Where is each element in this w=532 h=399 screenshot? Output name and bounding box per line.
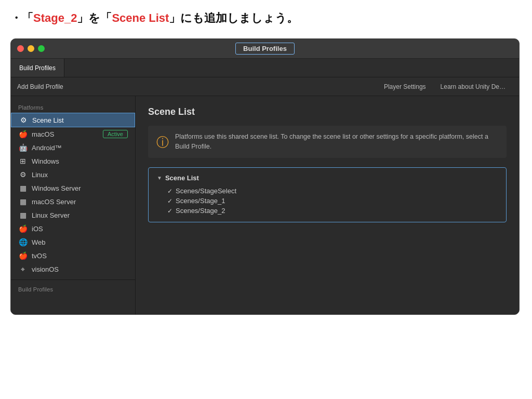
tab-bar: Build Profiles xyxy=(11,59,519,77)
toolbar-right-buttons: Player Settings Learn about Unity De… xyxy=(377,81,513,92)
sidebar-item-windows-server[interactable]: ▦ Windows Server xyxy=(11,181,135,195)
build-profiles-bottom-label: Build Profiles xyxy=(11,283,135,295)
player-settings-button[interactable]: Player Settings xyxy=(377,81,433,92)
info-icon: ⓘ xyxy=(156,133,169,152)
scene-list-box: ▼ Scene List ✓ Scenes/StageSelect ✓ Scen… xyxy=(148,167,507,222)
sidebar-item-windows[interactable]: ⊞ Windows xyxy=(11,154,135,168)
scene-label-0: Scenes/StageSelect xyxy=(176,187,236,195)
highlight-stage2: Stage_2 xyxy=(33,11,77,24)
scene-label-1: Scenes/Stage_1 xyxy=(176,197,225,205)
panel-title: Scene List xyxy=(148,107,507,117)
window-title: Build Profiles xyxy=(235,43,295,55)
android-icon: 🤖 xyxy=(18,143,28,152)
checkmark-0: ✓ xyxy=(167,188,172,195)
instruction-middle1: 」を「 xyxy=(77,11,112,24)
sidebar-item-tvos[interactable]: 🍎 tvOS xyxy=(11,249,135,262)
sidebar-visionos-label: visionOS xyxy=(32,265,59,273)
scene-list-icon: ⚙ xyxy=(19,116,28,124)
macos-server-icon: ▦ xyxy=(18,197,28,206)
scene-list-box-title: Scene List xyxy=(165,174,199,182)
instruction-middle2: 」にも追加しましょう。 xyxy=(169,11,298,24)
title-bar: Build Profiles xyxy=(11,39,519,59)
sidebar-item-linux[interactable]: ⚙ Linux xyxy=(11,168,135,181)
minimize-button[interactable] xyxy=(28,45,34,52)
visionos-icon: ⌖ xyxy=(18,265,28,274)
scene-label-2: Scenes/Stage_2 xyxy=(176,207,225,215)
sidebar-windows-server-label: Windows Server xyxy=(32,184,81,192)
windows-server-icon: ▦ xyxy=(18,184,28,192)
sidebar-windows-label: Windows xyxy=(32,157,59,165)
sidebar-web-label: Web xyxy=(32,238,46,246)
checkmark-1: ✓ xyxy=(167,197,172,205)
sidebar-android-label: Android™ xyxy=(32,144,62,152)
platforms-label: Platforms xyxy=(11,101,135,113)
linux-icon: ⚙ xyxy=(18,170,28,179)
collapse-triangle[interactable]: ▼ xyxy=(157,175,162,181)
info-box: ⓘ Platforms use this shared scene list. … xyxy=(148,126,507,158)
tab-build-profiles[interactable]: Build Profiles xyxy=(11,59,64,77)
windows-icon: ⊞ xyxy=(18,157,28,165)
highlight-scene-list: Scene List xyxy=(112,11,169,24)
checkmark-2: ✓ xyxy=(167,207,172,215)
sidebar-ios-label: iOS xyxy=(32,225,43,233)
scene-item-1: ✓ Scenes/Stage_1 xyxy=(157,196,498,206)
sidebar-item-macos[interactable]: 🍎 macOS Active xyxy=(11,127,135,141)
web-icon: 🌐 xyxy=(18,238,28,246)
right-panel: Scene List ⓘ Platforms use this shared s… xyxy=(136,96,519,314)
sidebar-linux-server-label: Linux Server xyxy=(32,211,70,219)
ios-icon: 🍎 xyxy=(18,224,28,233)
scene-item-2: ✓ Scenes/Stage_2 xyxy=(157,206,498,216)
window-controls xyxy=(17,45,45,52)
sidebar-item-linux-server[interactable]: ▦ Linux Server xyxy=(11,208,135,222)
sidebar-item-ios[interactable]: 🍎 iOS xyxy=(11,222,135,235)
sidebar-item-visionos[interactable]: ⌖ visionOS xyxy=(11,262,135,276)
unity-window: Build Profiles Build Profiles Add Build … xyxy=(10,38,520,315)
sidebar-item-web[interactable]: 🌐 Web xyxy=(11,235,135,249)
sidebar-item-android[interactable]: 🤖 Android™ xyxy=(11,141,135,154)
active-badge: Active xyxy=(103,130,128,138)
scene-list-box-header: ▼ Scene List xyxy=(157,174,498,182)
sidebar: Platforms ⚙ Scene List 🍎 macOS Active 🤖 … xyxy=(11,96,136,314)
linux-server-icon: ▦ xyxy=(18,211,28,219)
sidebar-item-scene-list[interactable]: ⚙ Scene List xyxy=(11,113,135,127)
main-content: Platforms ⚙ Scene List 🍎 macOS Active 🤖 … xyxy=(11,96,519,314)
sidebar-scene-list-label: Scene List xyxy=(32,116,64,124)
macos-icon: 🍎 xyxy=(18,130,28,138)
toolbar: Add Build Profile Player Settings Learn … xyxy=(11,77,519,96)
sidebar-macos-server-label: macOS Server xyxy=(32,198,76,206)
tvos-icon: 🍎 xyxy=(18,251,28,260)
sidebar-item-macos-server[interactable]: ▦ macOS Server xyxy=(11,195,135,208)
sidebar-macos-label: macOS xyxy=(32,130,54,138)
instruction-prefix: ・「 xyxy=(10,11,33,24)
sidebar-tvos-label: tvOS xyxy=(32,252,47,260)
learn-unity-button[interactable]: Learn about Unity De… xyxy=(433,81,513,92)
close-button[interactable] xyxy=(17,45,24,52)
info-text: Platforms use this shared scene list. To… xyxy=(175,132,498,152)
add-build-profile-button[interactable]: Add Build Profile xyxy=(17,83,63,90)
instruction-text: ・「Stage_2」を「Scene List」にも追加しましょう。 xyxy=(10,10,522,26)
maximize-button[interactable] xyxy=(38,45,45,52)
sidebar-bottom: Build Profiles xyxy=(11,280,135,295)
sidebar-linux-label: Linux xyxy=(32,171,48,179)
scene-item-0: ✓ Scenes/StageSelect xyxy=(157,186,498,196)
